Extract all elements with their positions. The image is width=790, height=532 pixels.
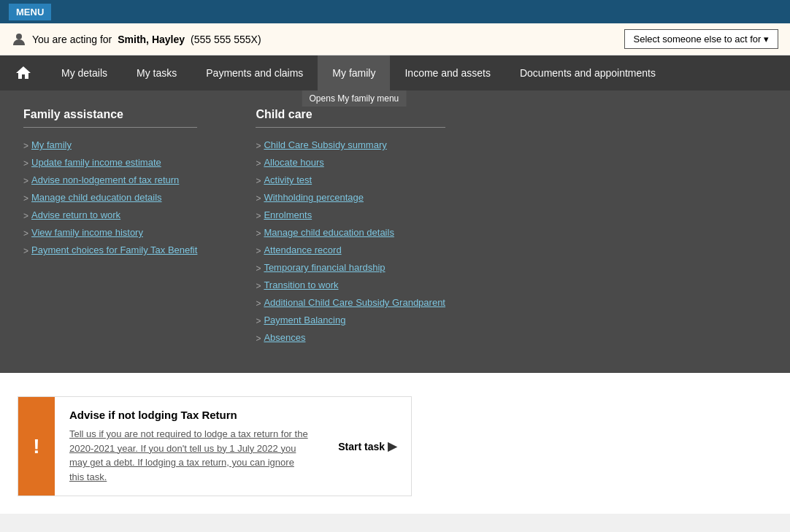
list-arrow: > <box>23 141 28 151</box>
acting-bar-info: You are acting for Smith, Hayley (555 55… <box>12 32 261 47</box>
link-my-family[interactable]: My family <box>31 139 72 150</box>
list-arrow: > <box>23 228 28 239</box>
list-item: > Temporary financial hardship <box>256 262 445 274</box>
start-task-label: Start task <box>338 441 385 452</box>
nav-item-my-family-container: My family Opens My family menu <box>318 55 390 90</box>
link-allocate-hours[interactable]: Allocate hours <box>264 157 323 168</box>
list-item: > Additional Child Care Subsidy Grandpar… <box>256 297 445 309</box>
link-transition-to-work[interactable]: Transition to work <box>264 280 338 290</box>
task-card-title: Advise if not lodging Tax Return <box>69 409 309 421</box>
task-card: ! Advise if not lodging Tax Return Tell … <box>18 396 412 496</box>
list-arrow: > <box>256 246 261 256</box>
acting-bar-id: (555 555 555X) <box>191 34 261 45</box>
child-care-section: Child care > Child Care Subsidy summary … <box>256 108 445 350</box>
list-arrow: > <box>256 228 261 239</box>
list-item: > Manage child education details <box>23 192 197 204</box>
arrow-right-icon: ▶ <box>388 439 396 453</box>
top-bar: MENU <box>0 0 790 23</box>
exclamation-icon: ! <box>33 435 39 458</box>
list-item: > Advise return to work <box>23 209 197 221</box>
list-item: > Manage child education details <box>256 227 445 239</box>
link-payment-balancing[interactable]: Payment Balancing <box>264 315 345 325</box>
list-arrow: > <box>256 298 261 309</box>
task-card-description: Tell us if you are not required to lodge… <box>69 427 309 484</box>
list-item: > Advise non-lodgement of tax return <box>23 174 197 186</box>
nav-home-button[interactable] <box>0 55 47 90</box>
list-item: > Transition to work <box>256 280 445 291</box>
list-item: > Attendance record <box>256 244 445 256</box>
list-arrow: > <box>256 316 261 326</box>
main-nav: My details My tasks Payments and claims … <box>0 55 790 90</box>
nav-item-documents-and-appointments[interactable]: Documents and appointments <box>505 55 670 90</box>
list-arrow: > <box>23 246 28 256</box>
home-icon <box>15 64 32 82</box>
list-item: > Payment choices for Family Tax Benefit <box>23 244 197 256</box>
dropdown-area: Family assistance > My family > Update f… <box>0 90 790 373</box>
person-icon <box>12 32 26 47</box>
link-payment-choices[interactable]: Payment choices for Family Tax Benefit <box>31 244 197 255</box>
list-item: > Allocate hours <box>256 157 445 169</box>
list-arrow: > <box>256 158 261 169</box>
menu-button[interactable]: MENU <box>9 4 51 20</box>
nav-item-my-details[interactable]: My details <box>47 55 122 90</box>
list-item: > Enrolments <box>256 209 445 221</box>
select-someone-button[interactable]: Select someone else to act for ▾ <box>624 29 778 49</box>
content-area: ! Advise if not lodging Tax Return Tell … <box>0 373 790 514</box>
nav-item-payments-and-claims[interactable]: Payments and claims <box>191 55 318 90</box>
list-arrow: > <box>256 211 261 221</box>
link-advise-non-lodgement[interactable]: Advise non-lodgement of tax return <box>31 174 179 185</box>
list-arrow: > <box>23 176 28 186</box>
link-update-family-income[interactable]: Update family income estimate <box>31 157 161 168</box>
list-arrow: > <box>256 334 261 344</box>
task-card-indicator: ! <box>18 397 55 496</box>
child-care-list: > Child Care Subsidy summary > Allocate … <box>256 139 445 344</box>
list-arrow: > <box>256 281 261 291</box>
list-item: > Absences <box>256 332 445 344</box>
link-advise-return-to-work[interactable]: Advise return to work <box>31 209 120 220</box>
link-activity-test[interactable]: Activity test <box>264 174 312 185</box>
link-absences[interactable]: Absences <box>264 332 305 343</box>
svg-point-0 <box>16 34 22 39</box>
family-assistance-list: > My family > Update family income estim… <box>23 139 197 256</box>
child-care-heading: Child care <box>256 108 445 128</box>
my-family-tooltip: Opens My family menu <box>302 90 407 107</box>
link-child-care-subsidy[interactable]: Child Care Subsidy summary <box>264 139 386 150</box>
list-arrow: > <box>256 141 261 151</box>
list-arrow: > <box>256 193 261 204</box>
nav-item-income-and-assets[interactable]: Income and assets <box>390 55 505 90</box>
link-enrolments[interactable]: Enrolments <box>264 209 312 220</box>
acting-bar-prefix: You are acting for <box>32 34 112 45</box>
list-item: > Update family income estimate <box>23 157 197 169</box>
link-withholding-percentage[interactable]: Withholding percentage <box>264 192 364 203</box>
list-item: > Withholding percentage <box>256 192 445 204</box>
list-item: > Child Care Subsidy summary <box>256 139 445 151</box>
nav-item-my-tasks[interactable]: My tasks <box>122 55 191 90</box>
acting-bar-name: Smith, Hayley <box>118 34 185 45</box>
list-item: > View family income history <box>23 227 197 239</box>
link-temporary-financial[interactable]: Temporary financial hardship <box>264 262 385 273</box>
link-view-family-income[interactable]: View family income history <box>31 227 143 238</box>
list-item: > Activity test <box>256 174 445 186</box>
link-attendance-record[interactable]: Attendance record <box>264 244 341 255</box>
link-manage-child-education-cc[interactable]: Manage child education details <box>264 227 394 238</box>
start-task-button[interactable]: Start task ▶ <box>323 397 411 496</box>
link-additional-child-care[interactable]: Additional Child Care Subsidy Grandparen… <box>264 297 445 308</box>
link-manage-child-education[interactable]: Manage child education details <box>31 192 162 203</box>
list-item: > My family <box>23 139 197 151</box>
list-arrow: > <box>256 263 261 274</box>
nav-item-my-family[interactable]: My family <box>318 55 390 90</box>
list-item: > Payment Balancing <box>256 315 445 326</box>
list-arrow: > <box>256 176 261 186</box>
list-arrow: > <box>23 211 28 221</box>
family-assistance-section: Family assistance > My family > Update f… <box>23 108 197 350</box>
acting-bar: You are acting for Smith, Hayley (555 55… <box>0 23 790 55</box>
family-assistance-heading: Family assistance <box>23 108 197 128</box>
list-arrow: > <box>23 193 28 204</box>
task-card-body: Advise if not lodging Tax Return Tell us… <box>55 397 323 496</box>
list-arrow: > <box>23 158 28 169</box>
